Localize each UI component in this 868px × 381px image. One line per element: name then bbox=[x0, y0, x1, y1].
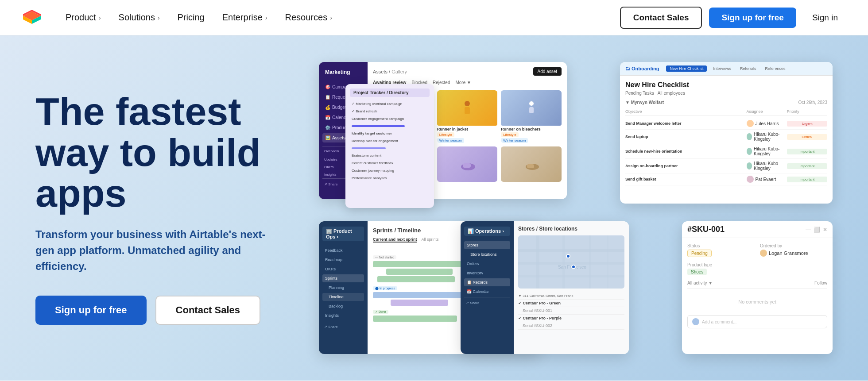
onboarding-tab-referrals[interactable]: Referrals bbox=[737, 65, 759, 72]
operations-card: 📊 Operations › Stores Store locations Or… bbox=[461, 221, 629, 354]
signin-button[interactable]: Sign in bbox=[803, 8, 847, 28]
sku-status-badge: Pending bbox=[687, 250, 712, 257]
ops-sidebar-title: 📊 Operations › bbox=[464, 227, 510, 236]
asset-runner-bleachers: Runner on bleachers Lifestyle Winter sea… bbox=[501, 90, 562, 143]
ops-nav-stores[interactable]: Stores bbox=[464, 241, 510, 249]
tracker-row: ✓ Brand refresh bbox=[350, 108, 430, 115]
nav-solutions[interactable]: Solutions › bbox=[112, 9, 167, 26]
sku-window-controls: — ⬜ ✕ bbox=[806, 227, 827, 233]
onboarding-tab-interviews[interactable]: Interviews bbox=[710, 65, 734, 72]
task-row: Assign on-boarding partner Hikaru Kubo-K… bbox=[625, 159, 827, 173]
logo[interactable] bbox=[21, 7, 43, 28]
asset-shoe1 bbox=[437, 146, 498, 182]
follow-button[interactable]: Follow bbox=[814, 281, 827, 285]
tracker-row: Customer engagement campaign bbox=[350, 115, 430, 122]
marketing-sidebar-title: Marketing bbox=[322, 67, 364, 77]
tab-all-sprints[interactable]: All sprints bbox=[422, 237, 439, 242]
nav-pricing[interactable]: Pricing bbox=[170, 9, 212, 26]
ops-main-title: Stores / Store locations bbox=[518, 226, 624, 232]
svg-rect-13 bbox=[536, 235, 539, 289]
sprints-nav-planning: Planning bbox=[322, 284, 364, 292]
asset-shoe2 bbox=[501, 146, 562, 182]
sprints-nav-sprints[interactable]: Sprints bbox=[322, 274, 364, 282]
ops-nav-orders[interactable]: Orders bbox=[464, 260, 510, 268]
svg-rect-15 bbox=[589, 235, 591, 289]
priority-badge: Important bbox=[787, 149, 827, 154]
task-row: Schedule new-hire orientation Hikaru Kub… bbox=[625, 144, 827, 159]
map-pin bbox=[571, 265, 576, 269]
ops-nav-records[interactable]: 📋 Records bbox=[464, 278, 510, 286]
hero-screenshots: Marketing 🎯 Campaigns 📋 Requests 💰 Budge… bbox=[319, 58, 833, 358]
sprints-nav-feedback: Feedback bbox=[322, 246, 364, 254]
all-activity-label[interactable]: All activity ▼ bbox=[687, 281, 713, 285]
tracker-title: Project Tracker / Directory bbox=[350, 89, 430, 97]
signup-nav-button[interactable]: Sign up for free bbox=[709, 8, 796, 28]
tab-current-sprint[interactable]: Current and next sprint bbox=[373, 237, 417, 242]
tracker-row: Performance analytics bbox=[350, 175, 430, 181]
task-row: Send Manager welcome letter Jules Harris… bbox=[625, 118, 827, 130]
priority-badge: Urgent bbox=[787, 121, 827, 127]
maximize-icon[interactable]: ⬜ bbox=[814, 227, 820, 233]
add-comment-placeholder: Add a comment... bbox=[702, 319, 736, 324]
onboarding-table-header: Objective Assignee Priority bbox=[625, 108, 827, 116]
nav-resources[interactable]: Resources › bbox=[278, 9, 339, 26]
add-comment-field[interactable]: Add a comment... bbox=[687, 315, 827, 328]
hero-title: The fastest way to build apps bbox=[35, 91, 292, 214]
store-sku-002: Serial #SKU-002 bbox=[518, 322, 624, 330]
minimize-icon[interactable]: — bbox=[806, 227, 811, 233]
sku-body: Status Pending Ordered by Logan Gransmor… bbox=[682, 238, 833, 334]
operations-main: Stores / Store locations San Francisco bbox=[514, 221, 629, 354]
svg-rect-6 bbox=[463, 163, 471, 168]
tracker-row: ✓ Marketing overhaul campaign bbox=[350, 100, 430, 107]
hero-section: The fastest way to build apps Transform … bbox=[0, 35, 868, 381]
hero-contact-button[interactable]: Contact Sales bbox=[155, 296, 261, 325]
product-chevron-icon: › bbox=[99, 14, 101, 21]
onboarding-tab-references[interactable]: References bbox=[762, 65, 788, 72]
sprints-sidebar: 🏢 Product Ops › Feedback Roadmap OKRs Sp… bbox=[319, 221, 368, 354]
onboarding-title: 🗂 Onboarding bbox=[625, 66, 659, 71]
priority-badge: Important bbox=[787, 163, 827, 169]
ops-nav-calendar[interactable]: 📅 Calendar bbox=[464, 288, 510, 296]
onboarding-header: 🗂 Onboarding New Hire Checklist Intervie… bbox=[620, 62, 833, 76]
svg-point-3 bbox=[529, 101, 534, 106]
sku-header: #SKU-001 — ⬜ ✕ bbox=[682, 221, 833, 238]
hero-signup-button[interactable]: Sign up for free bbox=[35, 296, 147, 325]
svg-point-1 bbox=[465, 101, 470, 106]
ops-nav-store-locations[interactable]: Store locations bbox=[464, 250, 510, 258]
priority-badge: Important bbox=[787, 177, 827, 182]
comment-avatar bbox=[692, 318, 699, 325]
sku-ordered-by-field: Ordered by Logan Gransmore bbox=[760, 243, 827, 257]
assets-breadcrumb: Assets / Gallery bbox=[373, 69, 407, 74]
tracker-row: Identify target customer bbox=[350, 130, 430, 137]
resources-chevron-icon: › bbox=[330, 14, 332, 21]
store-item-centaur-purple: ✓ Centaur Pro - Purple bbox=[518, 315, 624, 322]
onboarding-body: New Hire Checklist Pending Tasks All emp… bbox=[620, 76, 833, 191]
onboarding-section-title: New Hire Checklist bbox=[625, 81, 827, 89]
sprints-nav-timeline[interactable]: Timeline bbox=[322, 293, 364, 301]
onboarding-tab-checklist[interactable]: New Hire Checklist bbox=[666, 65, 707, 72]
enterprise-chevron-icon: › bbox=[265, 14, 267, 21]
nav-actions: Contact Sales Sign up for free Sign in bbox=[620, 7, 847, 29]
tracker-row: Customer journey mapping bbox=[350, 167, 430, 174]
svg-rect-2 bbox=[465, 107, 470, 114]
store-address: ▼ 311 California Street, San Franc bbox=[518, 292, 624, 300]
sprints-nav-backlog: Backlog bbox=[322, 302, 364, 310]
ops-nav-inventory[interactable]: Inventory bbox=[464, 269, 510, 277]
add-asset-button[interactable]: Add asset bbox=[533, 67, 562, 76]
hero-left: The fastest way to build apps Transform … bbox=[35, 91, 292, 324]
sku-title: #SKU-001 bbox=[687, 225, 725, 234]
sprints-title: Sprints / Timeline bbox=[373, 227, 421, 234]
svg-rect-14 bbox=[562, 235, 565, 289]
onboarding-sub: Pending Tasks All employees bbox=[625, 91, 827, 96]
employee-name: ▼ Myrwyn Wolfart Oct 26th, 2023 bbox=[625, 100, 827, 105]
hero-buttons: Sign up for free Contact Sales bbox=[35, 296, 292, 325]
nav-product[interactable]: Product › bbox=[58, 9, 108, 26]
store-item-centaur-green: ✓ Centaur Pro - Green bbox=[518, 300, 624, 307]
sku-status-field: Status Pending bbox=[687, 243, 755, 257]
sku-status-row: Status Pending Ordered by Logan Gransmor… bbox=[687, 243, 827, 257]
tracker-row: Develop plan for engagement bbox=[350, 138, 430, 144]
sprints-nav-insights: Insights bbox=[322, 312, 364, 319]
close-icon[interactable]: ✕ bbox=[823, 227, 827, 233]
contact-sales-button[interactable]: Contact Sales bbox=[620, 7, 702, 29]
nav-enterprise[interactable]: Enterprise › bbox=[215, 9, 275, 26]
